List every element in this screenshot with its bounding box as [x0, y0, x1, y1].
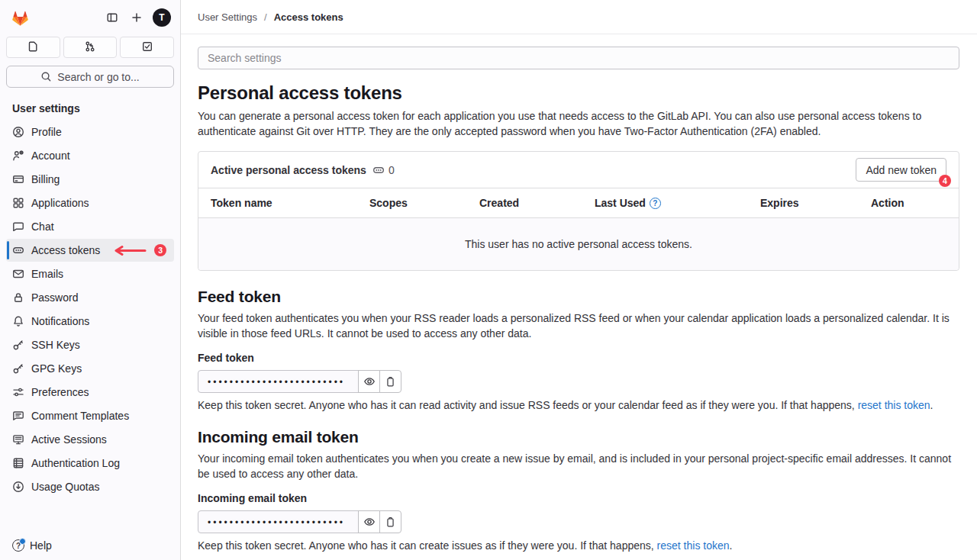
clipboard-icon — [385, 517, 396, 528]
access-tokens-icon — [12, 244, 24, 256]
sidebar-item-ssh-keys[interactable]: SSH Keys — [6, 333, 174, 356]
sidebar-item-label: Password — [31, 291, 78, 304]
sidebar-item-label: Usage Quotas — [31, 481, 100, 493]
eye-icon — [363, 375, 376, 388]
page-title: Personal access tokens — [198, 82, 959, 104]
sidebar-item-label: Profile — [31, 126, 62, 138]
reset-feed-token-link[interactable]: reset this token — [858, 399, 930, 411]
feed-token-group — [198, 370, 959, 393]
profile-icon — [12, 126, 24, 138]
sidebar-item-notifications[interactable]: Notifications — [6, 310, 174, 333]
token-count: 0 — [389, 164, 395, 176]
add-new-token-button[interactable]: Add new token 4 — [856, 158, 946, 182]
sidebar-shortcuts — [0, 34, 180, 58]
avatar[interactable]: T — [153, 8, 171, 27]
active-sessions-icon — [12, 433, 24, 446]
sidebar-item-account[interactable]: Account — [6, 144, 174, 167]
sidebar-item-applications[interactable]: Applications — [6, 191, 174, 214]
emails-icon — [12, 268, 24, 280]
sidebar-item-label: SSH Keys — [31, 339, 80, 351]
column-header-action: Action — [859, 188, 959, 217]
issues-icon — [27, 40, 39, 55]
sidebar-item-usage-quotas[interactable]: Usage Quotas — [6, 475, 174, 498]
app: T Search or go to... User settings Profi… — [0, 0, 977, 560]
main-area: User Settings / Access tokens Personal a… — [181, 0, 977, 560]
sidebar-item-label: Active Sessions — [31, 433, 107, 446]
email-token-label: Incoming email token — [198, 492, 959, 504]
preferences-icon — [12, 386, 24, 398]
pat-description: You can generate a personal access token… — [198, 109, 959, 139]
breadcrumb-current: Access tokens — [274, 11, 343, 23]
sidebar-item-access-tokens[interactable]: Access tokens3 — [6, 239, 174, 262]
annotation-badge: 4 — [939, 175, 951, 187]
gitlab-logo-icon — [11, 8, 30, 27]
copy-button[interactable] — [379, 510, 401, 533]
authentication-log-icon — [12, 457, 24, 469]
email-token-title: Incoming email token — [198, 428, 959, 446]
todos-button[interactable] — [120, 37, 174, 58]
reveal-button[interactable] — [358, 370, 380, 393]
feed-token-title: Feed token — [198, 288, 959, 306]
sidebar-item-billing[interactable]: Billing — [6, 168, 174, 191]
merge-requests-button[interactable] — [63, 37, 118, 58]
email-token-group — [198, 510, 959, 533]
email-token-help: Keep this token secret. Anyone who has i… — [198, 539, 959, 552]
eye-icon — [363, 516, 376, 528]
sidebar-item-profile[interactable]: Profile — [6, 121, 174, 143]
sidebar-item-active-sessions[interactable]: Active Sessions — [6, 428, 174, 451]
sidebar-item-authentication-log[interactable]: Authentication Log — [6, 452, 174, 475]
sidebar-item-comment-templates[interactable]: Comment Templates — [6, 404, 174, 427]
sidebar-item-preferences[interactable]: Preferences — [6, 381, 174, 404]
key-icon — [12, 339, 24, 351]
copy-button[interactable] — [379, 370, 401, 393]
key-icon — [12, 362, 24, 375]
search-or-goto-button[interactable]: Search or go to... — [6, 66, 174, 88]
sidebar-item-label: Access tokens — [31, 244, 100, 256]
feed-token-label: Feed token — [198, 352, 959, 364]
sidebar-item-gpg-keys[interactable]: GPG Keys — [6, 357, 174, 380]
breadcrumb: User Settings / Access tokens — [181, 0, 977, 34]
sidebar-item-chat[interactable]: Chat — [6, 215, 174, 238]
help-label: Help — [30, 539, 52, 552]
active-indicator — [7, 241, 9, 259]
sidebar-section-title: User settings — [0, 92, 180, 120]
breadcrumb-parent-link[interactable]: User Settings — [198, 11, 257, 23]
applications-icon — [12, 197, 24, 209]
column-header-created: Created — [467, 188, 582, 217]
feed-token-input[interactable] — [198, 370, 359, 393]
column-header-expires: Expires — [748, 188, 859, 217]
email-token-input[interactable] — [198, 510, 359, 533]
column-header-scopes: Scopes — [357, 188, 467, 217]
issues-button[interactable] — [6, 37, 60, 58]
breadcrumb-separator: / — [264, 11, 267, 23]
settings-search-input[interactable] — [198, 47, 959, 69]
sidebar-item-label: Emails — [31, 268, 63, 280]
sidebar-item-label: GPG Keys — [31, 362, 82, 375]
sidebar-item-label: Chat — [31, 220, 54, 233]
annotation-arrow — [113, 246, 147, 256]
sidebar-item-emails[interactable]: Emails — [6, 262, 174, 285]
feed-token-help: Keep this token secret. Anyone who has i… — [198, 399, 959, 411]
sidebar-header: T — [0, 0, 180, 34]
reset-email-token-link[interactable]: reset this token — [657, 539, 730, 552]
account-icon — [12, 150, 24, 162]
todo-icon — [141, 40, 153, 55]
notifications-icon — [12, 315, 24, 327]
sidebar-menu: ProfileAccountBillingApplicationsChatAcc… — [0, 121, 180, 498]
sidebar-toggle-button[interactable] — [102, 8, 122, 27]
sidebar-item-password[interactable]: Password — [6, 286, 174, 309]
sidebar-item-label: Authentication Log — [31, 457, 120, 469]
tokens-table-header-row: Token nameScopesCreatedLast Used?Expires… — [198, 188, 959, 218]
help-button[interactable]: ? Help — [0, 531, 180, 560]
search-or-goto-label: Search or go to... — [57, 71, 139, 83]
reveal-button[interactable] — [358, 510, 380, 533]
question-icon[interactable]: ? — [650, 198, 661, 209]
clipboard-icon — [385, 376, 396, 388]
sidebar-item-label: Comment Templates — [31, 410, 129, 422]
create-new-button[interactable] — [127, 8, 147, 27]
settings-content: Personal access tokens You can generate … — [181, 34, 977, 552]
card-title: Active personal access tokens — [211, 164, 366, 176]
column-header-last-used: Last Used? — [582, 188, 748, 217]
password-icon — [12, 291, 24, 304]
help-icon: ? — [12, 539, 24, 552]
